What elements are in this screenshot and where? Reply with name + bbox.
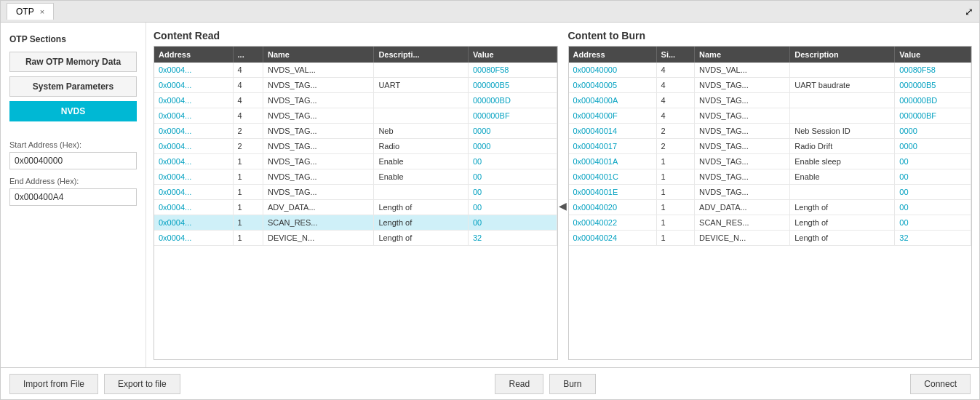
cr-cell-name: NVDS_TAG... (263, 185, 374, 200)
content-read-scroll[interactable]: Address ... Name Descripti... Value 0x00… (154, 47, 557, 246)
divider-arrow[interactable]: ◀ (558, 30, 568, 360)
cb-cell-value: 00 (895, 200, 971, 215)
cr-cell-address: 0x0004... (154, 63, 233, 78)
cr-cell-desc (374, 93, 469, 108)
cb-cell-address: 0x0004000A (569, 93, 657, 108)
cb-cell-value: 32 (895, 231, 971, 246)
sidebar-btn-raw-otp[interactable]: Raw OTP Memory Data (9, 52, 137, 72)
cb-cell-value: 0000 (895, 139, 971, 154)
cr-cell-desc: UART (374, 78, 469, 93)
cr-cell-value: 000000BD (468, 93, 557, 108)
content-burn-row[interactable]: 0x00040005 4 NVDS_TAG... UART baudrate 0… (569, 78, 971, 93)
content-read-row[interactable]: 0x0004... 4 NVDS_TAG... UART 000000B5 (154, 78, 557, 93)
cb-cell-value: 00080F58 (895, 63, 971, 78)
content-read-row[interactable]: 0x0004... 1 SCAN_RES... Length of 00 (154, 215, 557, 231)
close-button[interactable]: × (40, 7, 44, 16)
content-read-row[interactable]: 0x0004... 4 NVDS_TAG... 000000BF (154, 108, 557, 124)
content-read-row[interactable]: 0x0004... 1 DEVICE_N... Length of 32 (154, 231, 557, 246)
content-burn-row[interactable]: 0x0004000F 4 NVDS_TAG... 000000BF (569, 108, 971, 124)
content-read-row[interactable]: 0x0004... 1 NVDS_TAG... 00 (154, 185, 557, 200)
export-button[interactable]: Export to file (104, 374, 180, 394)
cb-col-address: Address (569, 47, 657, 63)
start-address-label: Start Address (Hex): (9, 140, 137, 149)
cb-cell-address: 0x0004001A (569, 154, 657, 169)
content-burn-scroll[interactable]: Address Si... Name Description Value 0x0… (569, 47, 972, 246)
content-read-row[interactable]: 0x0004... 4 NVDS_TAG... 000000BD (154, 93, 557, 108)
sidebar-btn-nvds[interactable]: NVDS (9, 101, 137, 121)
cr-cell-address: 0x0004... (154, 124, 233, 139)
cr-cell-size: 2 (233, 124, 263, 139)
content-burn-row[interactable]: 0x00040024 1 DEVICE_N... Length of 32 (569, 231, 971, 246)
cb-cell-value: 00 (895, 169, 971, 185)
content-burn-row[interactable]: 0x0004001E 1 NVDS_TAG... 00 (569, 185, 971, 200)
content-burn-table-wrapper: Address Si... Name Description Value 0x0… (568, 46, 973, 360)
cb-cell-address: 0x0004001E (569, 185, 657, 200)
cr-cell-desc (374, 63, 469, 78)
content-read-table: Address ... Name Descripti... Value 0x00… (154, 47, 557, 246)
cr-cell-size: 4 (233, 93, 263, 108)
content-burn-row[interactable]: 0x00040020 1 ADV_DATA... Length of 00 (569, 200, 971, 215)
connect-button[interactable]: Connect (910, 374, 971, 394)
content-burn-row[interactable]: 0x0004000A 4 NVDS_TAG... 000000BD (569, 93, 971, 108)
cb-cell-size: 4 (656, 78, 694, 93)
cr-cell-value: 00 (468, 169, 557, 185)
cr-col-desc: Descripti... (374, 47, 469, 63)
cb-cell-desc: Length of (790, 200, 895, 215)
content-burn-row[interactable]: 0x00040017 2 NVDS_TAG... Radio Drift 000… (569, 139, 971, 154)
cb-cell-size: 1 (656, 154, 694, 169)
content-burn-row[interactable]: 0x0004001C 1 NVDS_TAG... Enable 00 (569, 169, 971, 185)
bottom-bar: Import from File Export to file Read Bur… (1, 367, 979, 399)
cb-cell-desc (790, 93, 895, 108)
cr-cell-size: 4 (233, 78, 263, 93)
cb-cell-value: 000000BD (895, 93, 971, 108)
cb-col-size: Si... (656, 47, 694, 63)
content-burn-row[interactable]: 0x00040022 1 SCAN_RES... Length of 00 (569, 215, 971, 231)
cr-cell-value: 000000B5 (468, 78, 557, 93)
content-burn-section: Content to Burn Address Si... Name (568, 30, 973, 360)
content-read-row[interactable]: 0x0004... 1 NVDS_TAG... Enable 00 (154, 154, 557, 169)
cr-cell-desc: Radio (374, 139, 469, 154)
cb-cell-name: NVDS_TAG... (695, 154, 790, 169)
content-read-row[interactable]: 0x0004... 4 NVDS_VAL... 00080F58 (154, 63, 557, 78)
cr-cell-desc: Length of (374, 231, 469, 246)
cr-cell-desc (374, 108, 469, 124)
cr-cell-name: NVDS_TAG... (263, 93, 374, 108)
cb-cell-desc (790, 63, 895, 78)
content-burn-row[interactable]: 0x00040000 4 NVDS_VAL... 00080F58 (569, 63, 971, 78)
expand-icon[interactable]: ⤢ (965, 6, 973, 17)
cr-cell-size: 2 (233, 139, 263, 154)
burn-button[interactable]: Burn (549, 374, 595, 394)
start-address-input[interactable] (9, 152, 137, 169)
cr-cell-size: 1 (233, 200, 263, 215)
cr-cell-desc (374, 185, 469, 200)
cr-cell-name: NVDS_TAG... (263, 108, 374, 124)
cr-cell-value: 00 (468, 215, 557, 231)
content-read-row[interactable]: 0x0004... 1 NVDS_TAG... Enable 00 (154, 169, 557, 185)
cr-cell-address: 0x0004... (154, 154, 233, 169)
cb-cell-desc (790, 185, 895, 200)
content-read-row[interactable]: 0x0004... 2 NVDS_TAG... Neb 0000 (154, 124, 557, 139)
cb-cell-name: NVDS_TAG... (695, 108, 790, 124)
cr-cell-desc: Enable (374, 169, 469, 185)
cb-cell-size: 2 (656, 139, 694, 154)
cb-cell-value: 00 (895, 215, 971, 231)
end-address-input[interactable] (9, 188, 137, 206)
cb-cell-address: 0x00040022 (569, 215, 657, 231)
cr-cell-size: 1 (233, 231, 263, 246)
sidebar-btn-system-params[interactable]: System Parameters (9, 76, 137, 97)
content-burn-row[interactable]: 0x00040014 2 NVDS_TAG... Neb Session ID … (569, 124, 971, 139)
content-read-row[interactable]: 0x0004... 1 ADV_DATA... Length of 00 (154, 200, 557, 215)
cb-cell-value: 0000 (895, 124, 971, 139)
sidebar: OTP Sections Raw OTP Memory Data System … (1, 23, 146, 367)
import-button[interactable]: Import from File (9, 374, 98, 394)
read-button[interactable]: Read (495, 374, 543, 394)
content-burn-table: Address Si... Name Description Value 0x0… (569, 47, 972, 246)
cb-cell-value: 00 (895, 185, 971, 200)
cb-cell-value: 000000BF (895, 108, 971, 124)
content-burn-row[interactable]: 0x0004001A 1 NVDS_TAG... Enable sleep 00 (569, 154, 971, 169)
content-read-row[interactable]: 0x0004... 2 NVDS_TAG... Radio 0000 (154, 139, 557, 154)
cr-col-address: Address (154, 47, 233, 63)
cb-cell-size: 1 (656, 215, 694, 231)
cb-cell-desc: Radio Drift (790, 139, 895, 154)
main-window: OTP × ⤢ OTP Sections Raw OTP Memory Data… (0, 0, 980, 400)
